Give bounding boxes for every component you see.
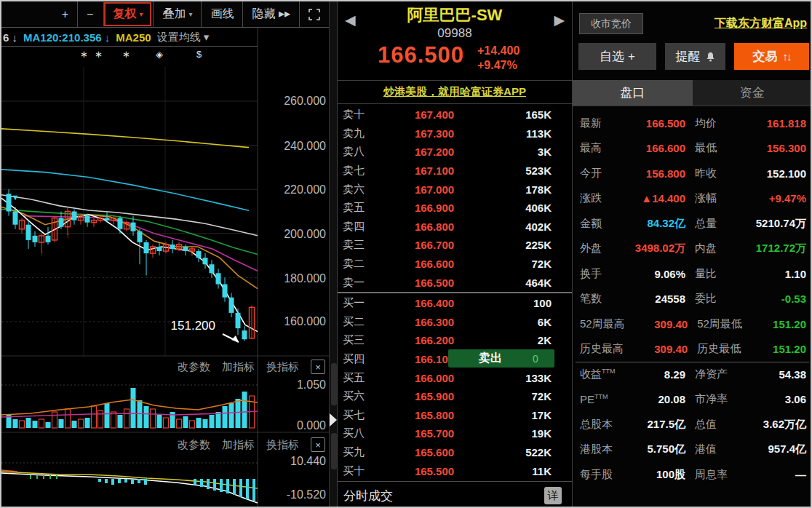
trade-button[interactable]: 交易 ↑↓	[734, 43, 809, 70]
dropdown-arrow-icon: ▾	[188, 10, 192, 18]
bell-icon	[706, 52, 715, 62]
dropdown-arrow-icon: ▾	[139, 10, 143, 18]
stat-value: 166.500	[616, 117, 685, 130]
change-value: +14.400	[477, 44, 520, 58]
stat-label: 今开	[573, 167, 616, 180]
level-label: 卖十	[338, 108, 383, 122]
level-volume: 11K	[486, 465, 572, 477]
level-label: 卖六	[338, 183, 383, 197]
orderbook-row[interactable]: 买一166.400100	[338, 294, 572, 313]
event-marker-icon[interactable]: ∗	[80, 49, 88, 60]
level-label: 买二	[338, 315, 383, 329]
level-volume: 225K	[486, 239, 572, 251]
closing-auction-button[interactable]: 收市竞价	[579, 13, 643, 34]
indicator-param-row: 改参数加指标换指标×	[1, 357, 325, 376]
close-indicator-button[interactable]: ×	[311, 360, 325, 374]
param-link[interactable]: 改参数	[178, 438, 210, 452]
orderbook-row[interactable]: 卖四166.800402K	[338, 218, 572, 237]
orderbook-row[interactable]: 卖二166.60072K	[338, 255, 572, 274]
ma-settings-button[interactable]: 设置均线 ▾	[157, 31, 210, 44]
scrollbar-segment[interactable]	[331, 363, 337, 405]
zoom-in-button[interactable]: +	[53, 1, 77, 27]
level-price: 165.900	[383, 390, 486, 402]
level-price: 165.700	[383, 427, 486, 440]
ma120-label: MA120:210.356 ↓	[23, 31, 110, 44]
axis-tick-label: 220.000	[256, 183, 326, 197]
stat-row: 总股本217.5亿总值3.62万亿	[573, 412, 812, 437]
scrollbar-segment[interactable]	[331, 433, 337, 469]
event-marker-icon[interactable]: ◈	[156, 49, 163, 60]
level-volume: 113K	[486, 127, 572, 140]
level-volume: 133K	[486, 372, 572, 384]
level-volume: 2K	[486, 334, 572, 346]
event-marker-icon[interactable]: ∗	[95, 49, 103, 60]
stat-value: +9.47%	[736, 192, 812, 205]
orderbook-row[interactable]: 买九165.600522K	[338, 443, 572, 462]
fullscreen-button[interactable]	[299, 1, 329, 27]
download-app-link[interactable]: 下载东方财富App	[715, 16, 807, 31]
close-indicator-button[interactable]: ×	[311, 437, 325, 452]
orderbook-row[interactable]: 卖八167.2003K	[338, 143, 572, 162]
stat-label: 净资产	[695, 368, 736, 381]
adjust-price-button[interactable]: 复权▾	[103, 2, 151, 26]
zoom-out-button[interactable]: −	[77, 1, 102, 27]
param-link[interactable]: 换指标	[266, 360, 299, 374]
overlay-button[interactable]: 叠加▾	[153, 1, 201, 27]
orderbook-row[interactable]: 买六165.90072K	[338, 387, 572, 406]
stat-row: 换手9.06%量比1.10	[573, 261, 812, 287]
param-link[interactable]: 改参数	[178, 360, 210, 374]
price-change: +14.400 +9.47%	[477, 44, 520, 73]
promo-link[interactable]: 炒港美股，就用哈富证券APP	[383, 85, 526, 99]
hide-button[interactable]: 隐藏 ▸▸	[242, 1, 299, 27]
param-link[interactable]: 加指标	[222, 438, 255, 452]
orderbook-row[interactable]: 买三166.2002K	[338, 331, 572, 350]
panel-divider	[329, 1, 338, 508]
stat-value: 54.38	[736, 368, 812, 381]
tab-pankou[interactable]: 盘口	[573, 80, 693, 106]
orderbook-row[interactable]: 卖一166.500464K	[338, 273, 572, 292]
orderbook-row[interactable]: 卖五166.900406K	[338, 199, 572, 218]
expand-panel-arrow[interactable]	[330, 413, 337, 426]
level-price: 166.900	[383, 202, 486, 214]
alert-button[interactable]: 提醒	[665, 43, 725, 70]
orderbook-row[interactable]: 买八165.70019K	[338, 424, 572, 443]
stat-value: -0.53	[736, 293, 812, 305]
stat-label: 周息率	[695, 468, 736, 482]
stat-value: 309.40	[624, 343, 688, 355]
stat-row: 今开156.800昨收152.100	[573, 161, 812, 186]
param-link[interactable]: 加指标	[222, 360, 255, 374]
event-marker-row: ∗∗∗◈$	[1, 48, 258, 64]
stat-label: 总值	[695, 418, 736, 432]
sell-order-button[interactable]: 卖出 0	[448, 349, 554, 368]
param-link[interactable]: 换指标	[266, 438, 299, 452]
add-watchlist-button[interactable]: 自选 +	[578, 43, 656, 70]
event-marker-icon[interactable]: ∗	[122, 49, 130, 60]
level-volume: 19K	[486, 427, 572, 440]
stat-label: 52周最高	[573, 317, 625, 331]
orderbook-row[interactable]: 买十165.50011K	[338, 461, 572, 480]
stat-label: 涨跌	[573, 191, 616, 205]
orderbook-row[interactable]: 卖七167.100523K	[338, 162, 572, 180]
orderbook-row[interactable]: 买七165.80017K	[338, 406, 572, 425]
orderbook-row[interactable]: 卖三166.700225K	[338, 236, 572, 255]
tab-zijin[interactable]: 资金	[693, 80, 812, 106]
orderbook-row[interactable]: 卖十167.400165K	[338, 106, 572, 124]
stat-label: 每手股	[573, 468, 616, 482]
level-label: 卖一	[338, 276, 383, 290]
orderbook-row[interactable]: 买二166.3006K	[338, 313, 572, 332]
event-marker-icon[interactable]: $	[196, 49, 202, 60]
level-price: 166.200	[383, 334, 486, 346]
orderbook-row[interactable]: 买五166.000133K	[338, 368, 572, 387]
stat-label: 换手	[573, 267, 616, 281]
orderbook-row[interactable]: 卖九167.300113K	[338, 124, 572, 143]
stat-row: 最新166.500均价161.818	[573, 111, 812, 136]
stock-code: 09988	[338, 26, 572, 41]
stat-label: 笔数	[573, 292, 616, 306]
orderbook-row[interactable]: 卖六167.000178K	[338, 180, 572, 199]
detail-button[interactable]: 详	[544, 487, 562, 504]
trade-label: 交易	[753, 48, 778, 65]
draw-line-button[interactable]: 画线	[201, 1, 242, 27]
stat-label: 52周最低	[697, 317, 742, 331]
stat-row: 金额84.32亿总量5210.74万	[573, 211, 812, 237]
level-volume: 165K	[486, 108, 572, 121]
